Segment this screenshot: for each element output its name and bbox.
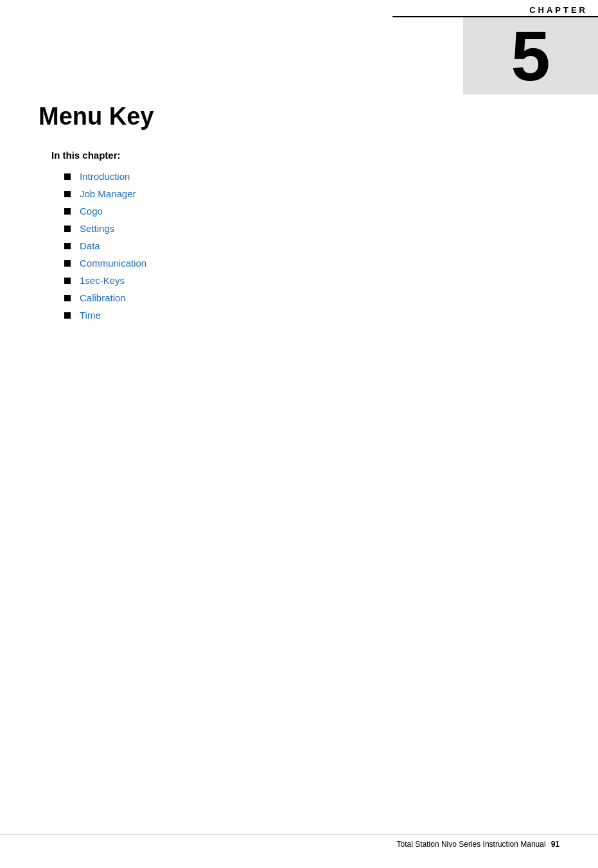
toc-link-data[interactable]: Data: [80, 240, 100, 251]
list-item[interactable]: Communication: [64, 258, 559, 269]
in-this-chapter-label: In this chapter:: [51, 150, 559, 161]
chapter-header: CHAPTER 5: [392, 0, 598, 94]
page-title: Menu Key: [39, 103, 559, 130]
footer-page-number: 91: [551, 840, 559, 849]
list-item[interactable]: Cogo: [64, 206, 559, 217]
bullet-icon: [64, 226, 71, 232]
bullet-icon: [64, 312, 71, 319]
list-item[interactable]: Settings: [64, 223, 559, 234]
bullet-icon: [64, 278, 71, 284]
list-item[interactable]: Calibration: [64, 292, 559, 303]
toc-link-time[interactable]: Time: [80, 310, 101, 321]
list-item[interactable]: 1sec-Keys: [64, 275, 559, 286]
bullet-icon: [64, 295, 71, 301]
list-item[interactable]: Time: [64, 310, 559, 321]
toc-link-settings[interactable]: Settings: [80, 223, 114, 234]
chapter-number: 5: [511, 21, 550, 91]
toc-list: IntroductionJob ManagerCogoSettingsDataC…: [64, 171, 559, 321]
list-item[interactable]: Data: [64, 240, 559, 251]
bullet-icon: [64, 173, 71, 180]
bullet-icon: [64, 243, 71, 249]
footer: Total Station Nivo Series Instruction Ma…: [0, 834, 598, 849]
chapter-number-box: 5: [463, 17, 598, 94]
toc-link-introduction[interactable]: Introduction: [80, 171, 130, 182]
bullet-icon: [64, 260, 71, 267]
footer-text: Total Station Nivo Series Instruction Ma…: [397, 840, 546, 849]
toc-link-calibration[interactable]: Calibration: [80, 292, 126, 303]
list-item[interactable]: Job Manager: [64, 188, 559, 199]
bullet-icon: [64, 191, 71, 197]
chapter-label: CHAPTER: [529, 0, 598, 15]
bullet-icon: [64, 208, 71, 215]
toc-link-cogo[interactable]: Cogo: [80, 206, 103, 217]
toc-link-communication[interactable]: Communication: [80, 258, 146, 269]
toc-link-job-manager[interactable]: Job Manager: [80, 188, 136, 199]
list-item[interactable]: Introduction: [64, 171, 559, 182]
toc-link-1sec-keys[interactable]: 1sec-Keys: [80, 275, 125, 286]
